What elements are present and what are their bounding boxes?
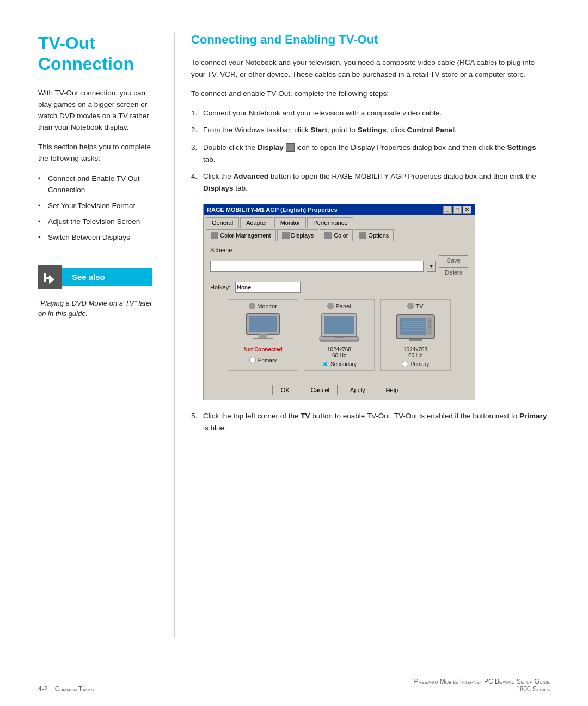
- panel-radio[interactable]: [322, 361, 328, 367]
- steps-list: 1. Connect your Notebook and your televi…: [191, 107, 550, 194]
- tab-adapter[interactable]: Adapter: [240, 217, 273, 228]
- step-1-text: Connect your Notebook and your televisio…: [203, 107, 550, 119]
- tab-general[interactable]: General: [206, 217, 239, 228]
- tab-color-mgmt-label: Color Management: [220, 232, 271, 239]
- restore-icon: □: [453, 206, 462, 214]
- ok-button[interactable]: OK: [272, 385, 298, 395]
- step-3: 3. Double-click the Display icon to open…: [191, 142, 550, 165]
- monitor-image: [241, 312, 285, 344]
- display-tv: TV: [380, 299, 451, 371]
- right-para2: To connect and enable TV-Out, complete t…: [191, 88, 550, 100]
- svg-rect-1: [44, 273, 46, 282]
- hotkey-label: Hotkey:: [210, 284, 232, 290]
- apply-button[interactable]: Apply: [342, 385, 373, 395]
- see-also-icon: [38, 265, 62, 289]
- tab-options-label: Options: [368, 232, 389, 239]
- list-item: Set Your Television Format: [38, 200, 152, 212]
- svg-rect-6: [253, 338, 273, 339]
- monitor-radio-row: Primary: [249, 357, 277, 363]
- save-button[interactable]: Save: [439, 255, 468, 265]
- dialog-titlebar-buttons: _ □ ✕: [443, 206, 471, 214]
- page-footer: 4-2 Common Tasks Presario Mobile Interne…: [0, 671, 588, 706]
- footer-right: Presario Mobile Internet PC Beyond Setup…: [414, 678, 550, 693]
- help-button[interactable]: Help: [378, 385, 407, 395]
- step-5-num: 5.: [191, 410, 203, 434]
- see-also-box: See also: [38, 265, 152, 289]
- list-item: Switch Between Displays: [38, 232, 152, 244]
- right-column: Connecting and Enabling TV-Out To connec…: [180, 33, 550, 638]
- tab-performance[interactable]: Performance: [307, 217, 353, 228]
- monitor-header: Monitor: [249, 303, 277, 309]
- laptop-svg: [317, 312, 361, 344]
- panel-radio-row: Secondary: [322, 361, 357, 367]
- hotkey-row: Hotkey:: [210, 282, 468, 293]
- svg-rect-10: [334, 337, 345, 338]
- step-2-num: 2.: [191, 124, 203, 136]
- dialog-title: RAGE MOBILITY-M1 AGP (English) Propertie…: [207, 206, 338, 213]
- title-line2: Connection: [38, 54, 134, 74]
- monitor-radio[interactable]: [249, 357, 256, 363]
- svg-rect-16: [409, 339, 422, 341]
- scheme-input[interactable]: [210, 261, 424, 272]
- scheme-buttons: Save Delete: [439, 255, 468, 277]
- scheme-dropdown[interactable]: ▼: [427, 261, 436, 272]
- display-panel: Panel 1024x768: [304, 299, 375, 371]
- footer-left: 4-2 Common Tasks: [38, 685, 94, 693]
- dialog-screenshot: RAGE MOBILITY-M1 AGP (English) Propertie…: [203, 204, 475, 400]
- see-also-label: See also: [62, 268, 152, 286]
- tab-monitor[interactable]: Monitor: [274, 217, 307, 228]
- monitor-status: Not Connected: [243, 346, 282, 352]
- monitor-radio-label: Primary: [258, 357, 277, 363]
- title-line1: TV-Out: [38, 33, 95, 53]
- display-icon: [286, 143, 295, 152]
- tv-image: [394, 312, 437, 344]
- close-icon: ✕: [463, 206, 471, 214]
- svg-point-15: [428, 325, 431, 328]
- tv-label: TV: [415, 303, 423, 309]
- tv-circle-icon: [407, 303, 414, 309]
- step-5-text: Click the top left corner of the TV butt…: [203, 410, 550, 434]
- tab-options[interactable]: Options: [354, 229, 394, 241]
- panel-circle-icon: [327, 303, 334, 309]
- monitor-circle-icon: [249, 303, 255, 309]
- dialog-footer: OK Cancel Apply Help: [204, 381, 475, 400]
- tv-res-text: 1024x768: [403, 346, 427, 352]
- left-para2: This section helps you to complete the f…: [38, 142, 152, 165]
- hotkey-input[interactable]: [235, 282, 301, 293]
- monitor-label: Monitor: [257, 303, 277, 309]
- list-item: Connect and Enable TV-Out Connection: [38, 173, 152, 196]
- page: TV-Out Connection With TV-Out connection…: [0, 0, 588, 706]
- delete-button[interactable]: Delete: [439, 267, 468, 277]
- tab-displays[interactable]: Displays: [277, 229, 319, 241]
- svg-rect-8: [324, 316, 354, 334]
- tab-color[interactable]: Color: [320, 229, 353, 241]
- step-4-text: Click the Advanced button to open the RA…: [203, 171, 550, 194]
- svg-rect-5: [259, 334, 267, 338]
- svg-rect-12: [400, 318, 426, 335]
- tv-hz-text: 60 Hz: [408, 352, 422, 358]
- color-mgmt-icon: [211, 232, 218, 239]
- tv-radio[interactable]: [402, 361, 408, 367]
- step-4-num: 4.: [191, 171, 203, 194]
- tv-header: TV: [407, 303, 423, 309]
- bullet-list: Connect and Enable TV-Out Connection Set…: [38, 173, 152, 244]
- tv-radio-label: Primary: [411, 361, 429, 367]
- svg-point-14: [428, 320, 431, 323]
- page-title: TV-Out Connection: [38, 33, 152, 75]
- right-para1: To connect your Notebook and your televi…: [191, 57, 550, 80]
- tab-color-management[interactable]: Color Management: [206, 229, 276, 241]
- tv-radio-row: Primary: [402, 361, 429, 367]
- step-3-text: Double-click the Display icon to open th…: [203, 142, 550, 165]
- monitor-svg: [241, 312, 285, 344]
- panel-label: Panel: [335, 303, 351, 309]
- footer-page-num: 4-2: [38, 685, 47, 693]
- panel-res-text: 1024x768: [327, 346, 351, 352]
- dialog-tabs-row1: General Adapter Monitor Performance: [204, 215, 475, 228]
- left-para1: With TV-Out connection, you can play gam…: [38, 88, 152, 133]
- step-1-num: 1.: [191, 107, 203, 119]
- dialog-body: Scheme ▼ Save Delete Hotkey:: [204, 241, 475, 381]
- footer-left-label: Common Tasks: [55, 685, 94, 693]
- tab-color-label: Color: [334, 232, 348, 239]
- step-3-num: 3.: [191, 142, 203, 165]
- cancel-button[interactable]: Cancel: [303, 385, 338, 395]
